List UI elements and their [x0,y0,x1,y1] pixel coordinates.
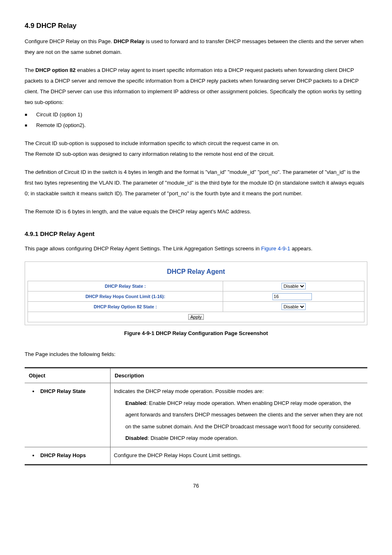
option-text: : Enable DHCP relay mode operation. When… [125,400,362,430]
table-row: DHCP Relay Hops Configure the DHCP Relay… [25,447,367,465]
bold-text: DHCP option 82 [35,67,76,73]
object-name: DHCP Relay State [39,386,107,398]
table-row: DHCP Relay Hops Count Limit (1-16): [28,291,364,302]
screenshot-title: DHCP Relay Agent [28,264,364,281]
dhcp-relay-state-select[interactable]: Disable [281,283,306,289]
list-item: Circuit ID (option 1) [25,109,367,120]
option-text: : Disable DHCP relay mode operation. [148,435,238,441]
intro-paragraph-1: Configure DHCP Relay on this Page. DHCP … [25,36,367,58]
subsection-intro: This page allows configuring DHCP Relay … [25,243,367,254]
bold-text: DHCP Relay [114,38,145,44]
text: Configure DHCP Relay on this Page. [25,38,114,44]
column-header-description: Description [111,368,368,383]
option-label: Disabled [125,435,148,441]
caption-text: DHCP Relay Configuration Page Screenshot [156,330,268,336]
config-label: DHCP Relay State : [28,281,223,291]
figure-link[interactable]: Figure 4-9-1 [261,245,290,252]
description-table: Object Description DHCP Relay State Indi… [25,367,367,465]
paragraph: The Remote ID sub-option was designed to… [25,149,367,160]
subsection-title: 4.9.1 DHCP Relay Agent [25,229,367,239]
config-label: DHCP Relay Option 82 State : [28,302,223,312]
option82-state-select[interactable]: Disable [281,303,306,310]
config-value-cell: Disable [223,281,364,291]
apply-button[interactable]: Apply [188,314,204,320]
table-row: DHCP Relay State Indicates the DHCP rela… [25,383,367,447]
hops-limit-input[interactable] [272,293,312,300]
config-screenshot: DHCP Relay Agent DHCP Relay State : Disa… [25,261,367,325]
page-number: 76 [25,482,367,490]
object-name: DHCP Relay Hops [39,450,107,462]
table-row: DHCP Relay Option 82 State : Disable [28,302,364,312]
text: The [25,67,35,73]
text: This page allows configuring DHCP Relay … [25,245,261,252]
description-cell: Indicates the DHCP relay mode operation.… [111,383,368,447]
figure-caption: Figure 4-9-1 DHCP Relay Configuration Pa… [25,329,367,338]
apply-row: Apply [28,312,364,322]
config-value-cell [223,291,364,302]
section-title: 4.9 DHCP Relay [25,21,367,31]
text: appears. [290,245,312,252]
desc-line: Indicates the DHCP relay mode operation.… [114,386,364,398]
option-label: Enabled [125,400,146,406]
config-label: DHCP Relay Hops Count Limit (1-16): [28,291,223,302]
sub-options-list: Circuit ID (option 1) Remote ID (option2… [25,109,367,131]
paragraph: The definition of Circuit ID in the swit… [25,167,367,199]
paragraph: The Remote ID is 6 bytes in length, and … [25,206,367,217]
intro-paragraph-2: The DHCP option 82 enables a DHCP relay … [25,65,367,108]
list-item: Remote ID (option2). [25,120,367,131]
caption-prefix: Figure 4-9-1 [124,330,156,336]
paragraph: The Circuit ID sub-option is supposed to… [25,138,367,149]
fields-intro: The Page includes the following fields: [25,349,367,360]
description-cell: Configure the DHCP Relay Hops Count Limi… [111,447,368,465]
config-value-cell: Disable [223,302,364,312]
column-header-object: Object [25,368,111,383]
config-table: DHCP Relay State : Disable DHCP Relay Ho… [28,281,364,322]
table-row: DHCP Relay State : Disable [28,281,364,291]
